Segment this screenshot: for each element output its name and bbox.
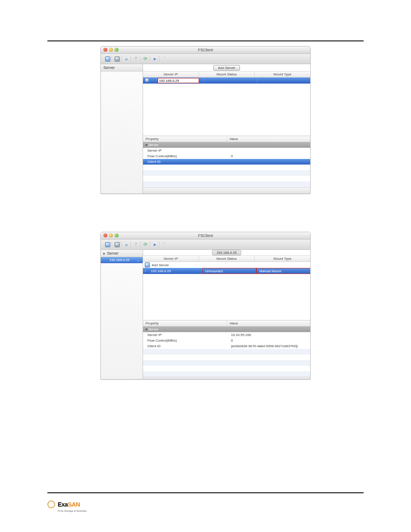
tool-refresh-icon[interactable]: ⟳	[141, 56, 150, 62]
logo-tagline: PCIe Storage & Switches	[58, 510, 87, 512]
zoom-icon[interactable]	[115, 48, 118, 52]
chevron-right-icon: ›	[137, 258, 141, 261]
tool-up-icon[interactable]: ⇡	[132, 241, 140, 248]
main-panel: Add Server Server IP Mount Status Mount …	[143, 64, 310, 193]
props-row-empty	[143, 349, 310, 355]
prop-key: Server IP	[143, 332, 227, 338]
props-row-server-ip: Server IP	[143, 148, 310, 153]
titlebar: FSClient	[101, 232, 310, 240]
add-server-button[interactable]: Add Server	[213, 65, 240, 71]
add-server-label: Add Server	[152, 263, 169, 267]
logo-text: ExaSAN	[58, 501, 80, 508]
window-body: Server 192.168.0.25 › 192.168.0.25 Serve…	[101, 250, 310, 379]
prop-key: Server IP	[143, 148, 227, 153]
props-group-label: Server	[143, 142, 227, 148]
page-root: FSClient » ⇡ ⟳ ▸ ˆ Server Add	[0, 0, 411, 532]
sidebar-header-label: Server	[103, 65, 115, 70]
table-row-add-server[interactable]: Add Server	[143, 262, 310, 268]
tool-collapse-icon[interactable]: ˆ	[160, 56, 169, 62]
cell-mount-type-text: Manual Mount	[259, 269, 281, 273]
props-group-value	[227, 327, 310, 332]
server-icon	[145, 78, 149, 82]
server-table: Server IP Mount Status Mount Type Add Se…	[143, 256, 310, 320]
props-row-empty	[143, 371, 310, 377]
table-header-row: Server IP Mount Status Mount Type	[143, 72, 310, 78]
window-body: Server Add Server Server IP Mount Status…	[101, 64, 310, 193]
main-headbar: Add Server	[143, 64, 310, 72]
status-bar	[143, 377, 310, 379]
prop-value: 0	[227, 338, 310, 343]
zoom-icon[interactable]	[115, 233, 118, 237]
prop-value: 0	[227, 153, 310, 159]
tool-play-icon[interactable]: ▸	[151, 56, 159, 62]
tool-server-2-icon[interactable]	[113, 241, 121, 248]
close-icon[interactable]	[103, 233, 107, 237]
server-table: Server IP Mount Status Mount Type 192.16…	[143, 72, 310, 136]
tool-up-icon[interactable]: ⇡	[132, 56, 140, 62]
chevron-right-icon: ›	[145, 269, 146, 273]
main-headbar: 192.168.0.25	[143, 250, 310, 256]
window-title: FSClient	[198, 48, 213, 52]
cell-mount-status	[204, 78, 258, 84]
th-mount-type: Mount Type	[255, 72, 310, 77]
th-mount-status: Mount Status	[199, 256, 255, 261]
props-row-empty	[143, 176, 310, 181]
main-panel: 192.168.0.25 Server IP Mount Status Moun…	[143, 250, 310, 379]
sidebar: Server 192.168.0.25 ›	[101, 250, 143, 379]
server-ip-input[interactable]: 192.168.0.25	[158, 78, 199, 83]
server-icon	[145, 262, 150, 268]
properties-panel: Property Value Server Server IP Flow	[143, 136, 310, 187]
sidebar-item-label: 192.168.0.25	[109, 258, 130, 262]
window-controls[interactable]	[103, 233, 118, 237]
tool-server-1-icon[interactable]	[103, 56, 112, 62]
sidebar-header-label: Server	[107, 251, 119, 255]
cell-server-ip[interactable]: 192.168.0.25	[143, 78, 204, 84]
prop-value	[227, 148, 310, 153]
tool-next-icon[interactable]: »	[122, 56, 131, 62]
tool-server-1-icon[interactable]	[103, 241, 112, 248]
sidebar: Server	[101, 64, 143, 193]
th-mount-status: Mount Status	[199, 72, 255, 77]
toolbar: » ⇡ ⟳ ▸ ˆ	[101, 54, 310, 64]
main-header-pill: 192.168.0.25	[212, 250, 242, 255]
tool-refresh-icon[interactable]: ⟳	[141, 241, 150, 248]
tool-collapse-icon[interactable]: ˆ	[160, 241, 169, 248]
figure-1: FSClient » ⇡ ⟳ ▸ ˆ Server Add	[100, 46, 311, 194]
disclosure-icon[interactable]	[103, 252, 105, 255]
app-window-1: FSClient » ⇡ ⟳ ▸ ˆ Server Add	[100, 46, 311, 194]
disclosure-icon[interactable]	[145, 329, 148, 330]
tool-play-icon[interactable]: ▸	[151, 241, 159, 248]
prop-key: Flow Control(MB/s)	[143, 153, 227, 159]
table-row[interactable]: 192.168.0.25	[143, 78, 310, 84]
props-row-flow: Flow Control(MB/s) 0	[143, 338, 310, 343]
window-controls[interactable]	[103, 48, 118, 52]
props-row-empty	[143, 181, 310, 187]
prop-key: Flow Control(MB/s)	[143, 338, 227, 343]
table-row[interactable]: › 192.168.0.25 Unmounted Manual Mount	[143, 268, 310, 274]
props-row-empty	[143, 355, 310, 360]
sidebar-header[interactable]: Server	[101, 250, 143, 257]
prop-value	[227, 159, 310, 165]
th-server-ip: Server IP	[143, 256, 199, 261]
ph-property: Property	[143, 320, 227, 326]
disclosure-icon[interactable]	[145, 144, 148, 146]
logo-ring-icon	[47, 501, 55, 508]
props-row-empty	[143, 360, 310, 366]
figure-2: FSClient » ⇡ ⟳ ▸ ˆ Server 192.168.0	[100, 232, 311, 380]
sidebar-item-server[interactable]: 192.168.0.25 ›	[101, 257, 143, 263]
brand-logo: ExaSAN	[47, 501, 80, 508]
sidebar-header: Server	[101, 64, 143, 72]
props-group-label: Server	[143, 327, 227, 332]
tool-next-icon[interactable]: »	[122, 241, 131, 248]
close-icon[interactable]	[103, 48, 107, 52]
minimize-icon[interactable]	[109, 48, 113, 52]
props-header-row: Property Value	[143, 320, 310, 327]
props-row-client-id[interactable]: Client ID	[143, 159, 310, 165]
ph-value: Value	[227, 136, 311, 142]
app-window-2: FSClient » ⇡ ⟳ ▸ ˆ Server 192.168.0	[100, 232, 311, 380]
minimize-icon[interactable]	[109, 233, 113, 237]
status-bar	[143, 187, 310, 193]
tool-server-2-icon[interactable]	[113, 56, 121, 62]
prop-value: {ec6eb826-9e70-4a0d-9358-9627ce837fd3}	[227, 343, 310, 349]
prop-value: 10.10.55.100	[227, 332, 310, 338]
